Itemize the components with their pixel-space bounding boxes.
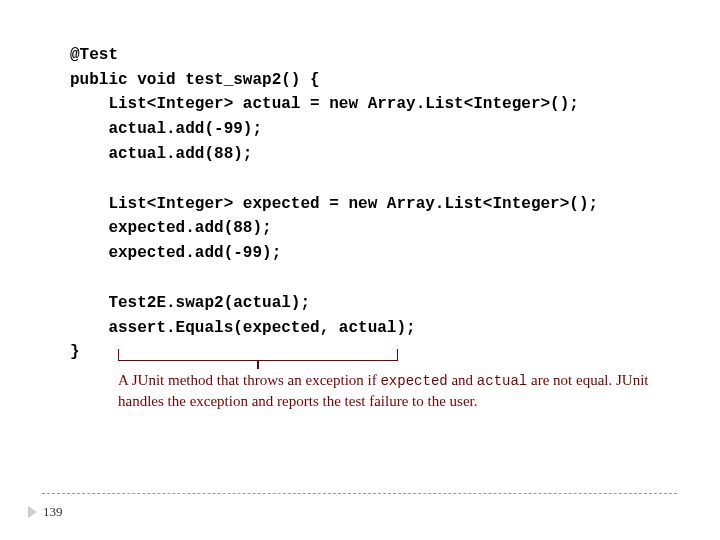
annotation-segment: A JUnit method that throws an exception … — [118, 372, 380, 388]
code-line: List<Integer> actual = new Array.List<In… — [70, 95, 579, 113]
code-line: actual.add(-99); — [70, 120, 262, 138]
code-line: } — [70, 343, 80, 361]
code-line: expected.add(88); — [70, 219, 272, 237]
divider-line — [42, 493, 677, 494]
page-footer: 139 — [28, 504, 63, 520]
code-line: List<Integer> expected = new Array.List<… — [70, 195, 598, 213]
page-number: 139 — [43, 504, 63, 520]
annotation-bracket-stem — [257, 361, 259, 369]
code-block: @Test public void test_swap2() { List<In… — [70, 18, 598, 365]
annotation-mono: expected — [380, 373, 447, 389]
annotation-segment: and — [448, 372, 477, 388]
annotation-bracket-icon — [118, 349, 398, 361]
annotation-mono: actual — [477, 373, 527, 389]
play-arrow-icon — [28, 506, 37, 518]
code-line: assert.Equals(expected, actual); — [70, 319, 416, 337]
annotation-text: A JUnit method that throws an exception … — [118, 370, 658, 411]
code-line: public void test_swap2() { — [70, 71, 320, 89]
code-line: @Test — [70, 46, 118, 64]
code-line: Test2E.swap2(actual); — [70, 294, 310, 312]
code-line: actual.add(88); — [70, 145, 252, 163]
code-line: expected.add(-99); — [70, 244, 281, 262]
